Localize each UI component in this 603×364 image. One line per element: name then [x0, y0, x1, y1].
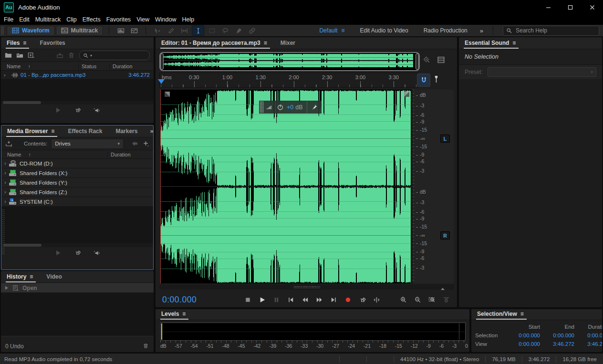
tabs-overflow-icon[interactable]: » — [150, 127, 154, 137]
skip-selection-button[interactable] — [371, 294, 382, 305]
waveform-display[interactable]: +0 dB — [160, 90, 411, 283]
menu-item[interactable]: Effects — [83, 16, 106, 23]
tab-essential-sound[interactable]: Essential Sound≡ — [464, 40, 521, 49]
view-duration-value[interactable]: 3:46.272 — [574, 341, 602, 347]
preview-audition-speaker-button[interactable] — [94, 107, 101, 115]
tab-history[interactable]: History≡ — [6, 273, 39, 282]
contents-dropdown[interactable]: Drives ▾ — [51, 139, 124, 149]
tab-editor[interactable]: Editor: 01 - Время до рассвета.mp3≡ — [160, 40, 273, 49]
preview-audition-speaker-button[interactable] — [94, 250, 101, 258]
new-item-button[interactable] — [28, 52, 35, 59]
search-help-input[interactable] — [515, 27, 588, 34]
minimize-button[interactable] — [537, 0, 559, 14]
overview-navigator[interactable] — [159, 52, 420, 71]
panel-menu-icon[interactable]: ≡ — [30, 273, 33, 280]
expand-chevron-icon[interactable]: › — [1, 170, 9, 176]
tab-files[interactable]: Files≡ — [6, 40, 32, 49]
menu-item[interactable]: File — [4, 16, 19, 23]
paintbrush-tool-button[interactable] — [233, 26, 244, 35]
timeline-ruler[interactable]: hms 0:301:001:302:002:303:003:30 — [159, 73, 418, 88]
hud-gain-value[interactable]: +0 — [287, 104, 293, 111]
expand-chevron-icon[interactable]: › — [1, 189, 9, 195]
add-shortcut-button[interactable] — [142, 140, 149, 147]
fade-in-handle[interactable] — [165, 92, 170, 97]
selection-start-value[interactable]: 0:00.000 — [505, 333, 540, 338]
import-media-button[interactable] — [5, 140, 12, 147]
move-tool-button[interactable] — [152, 26, 163, 35]
zoom-full-button[interactable] — [423, 56, 431, 65]
panel-menu-icon[interactable]: ≡ — [51, 128, 54, 135]
time-selection-tool-button[interactable] — [192, 25, 204, 36]
tab-media-browser[interactable]: Media Browser≡ — [6, 128, 60, 137]
zoom-in-button[interactable] — [398, 294, 408, 305]
zoom-to-selection-button[interactable] — [426, 294, 437, 305]
fast-forward-button[interactable] — [314, 294, 324, 305]
column-duration[interactable]: Duration — [109, 63, 135, 69]
slip-tool-button[interactable] — [178, 26, 190, 35]
drive-row[interactable]: › Shared Folders (Y:) — [1, 178, 153, 187]
rewind-button[interactable] — [300, 294, 310, 305]
overview-left-handle[interactable] — [160, 53, 164, 70]
left-channel-badge[interactable]: L — [440, 135, 450, 143]
tab-video[interactable]: Video — [45, 273, 67, 282]
panel-menu-icon[interactable]: ≡ — [520, 311, 524, 317]
stop-button[interactable] — [242, 294, 253, 305]
zoom-out-button[interactable] — [412, 294, 423, 305]
expand-chevron-icon[interactable]: › — [1, 73, 9, 78]
expand-chevron-icon[interactable]: › — [1, 180, 9, 185]
playhead-marker-icon[interactable] — [158, 79, 165, 87]
column-status[interactable]: Status — [78, 63, 109, 69]
workspace-radio-production[interactable]: Radio Production — [424, 27, 468, 34]
panel-resize-grip[interactable] — [2, 209, 4, 254]
selection-duration-value[interactable]: 0:00.000 — [574, 333, 602, 338]
waveform-display-button[interactable] — [115, 26, 126, 35]
menu-item[interactable]: Clip — [66, 16, 82, 23]
editor-options-list-icon[interactable] — [437, 56, 445, 65]
search-options-caret-icon[interactable]: ▾ — [90, 53, 92, 58]
overview-waveform[interactable] — [164, 53, 414, 68]
multitrack-mode-button[interactable]: Multitrack — [56, 26, 104, 36]
panel-menu-icon[interactable]: ≡ — [23, 40, 26, 46]
menu-item[interactable]: View — [136, 16, 155, 23]
skip-to-end-button[interactable] — [328, 294, 339, 305]
drive-row[interactable]: › Shared Folders (Z:) — [1, 187, 153, 197]
preview-loop-button[interactable] — [74, 250, 81, 258]
tab-effects-rack[interactable]: Effects Rack — [67, 128, 108, 137]
pause-button[interactable] — [271, 294, 281, 305]
waveform-canvas[interactable] — [160, 90, 411, 283]
gain-knob-icon[interactable] — [277, 104, 284, 111]
file-row[interactable]: › 01 - Вр...до рассвета.mp3 3:46.272 — [1, 71, 154, 80]
media-horizontal-scrollbar[interactable] — [1, 243, 153, 247]
loop-playback-button[interactable] — [357, 294, 367, 305]
workspace-default[interactable]: Default≡ — [319, 27, 344, 34]
panel-menu-icon[interactable]: ≡ — [512, 40, 516, 46]
spectral-display-button[interactable] — [128, 26, 140, 35]
skip-to-start-button[interactable] — [285, 294, 296, 305]
selection-end-value[interactable]: 0:00.000 — [540, 333, 574, 338]
lasso-selection-tool-button[interactable] — [219, 26, 231, 35]
menu-item[interactable]: Window — [155, 16, 181, 23]
preset-dropdown[interactable]: ▾ — [488, 67, 596, 77]
preview-play-button[interactable] — [54, 250, 62, 258]
clear-history-trash-icon[interactable] — [143, 343, 154, 351]
workspace-overflow-icon[interactable]: » — [480, 27, 483, 34]
batch-export-button[interactable] — [56, 52, 63, 59]
record-button[interactable] — [343, 294, 353, 305]
zoom-out-selection-button[interactable] — [441, 294, 451, 305]
timecode-display[interactable]: 0:00.000 — [162, 295, 197, 305]
toolbar-grip[interactable] — [1, 26, 4, 35]
workspace-menu-icon[interactable]: ≡ — [341, 27, 344, 34]
marker-pin-button[interactable] — [433, 75, 439, 84]
zoom-reset-button[interactable] — [455, 294, 457, 305]
column-name[interactable]: Name ↑ — [1, 152, 107, 157]
column-name[interactable]: Name ↑ — [1, 63, 78, 69]
workspace-edit-audio-to-video[interactable]: Edit Audio to Video — [360, 27, 408, 34]
back-button[interactable] — [131, 140, 138, 147]
files-horizontal-scrollbar[interactable] — [1, 101, 154, 104]
play-button[interactable] — [257, 294, 267, 305]
tab-levels[interactable]: Levels≡ — [160, 311, 191, 320]
view-start-value[interactable]: 0:00.000 — [505, 341, 540, 347]
fade-out-handle[interactable] — [404, 92, 409, 97]
close-button[interactable] — [581, 0, 603, 14]
history-item-open[interactable]: Open — [1, 283, 154, 292]
